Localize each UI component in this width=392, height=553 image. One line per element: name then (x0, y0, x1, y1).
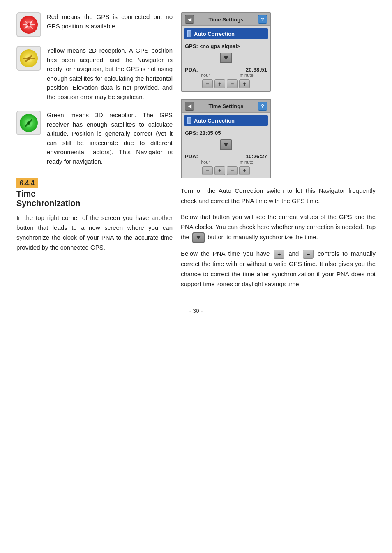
satellite-svg-red (21, 17, 36, 32)
right-para-2: Below that button you will see the curre… (181, 212, 376, 243)
sync-btn-area-2 (182, 139, 270, 150)
svg-marker-19 (196, 236, 201, 240)
back-button-2[interactable]: ◀ (185, 102, 194, 111)
hour-plus-btn-1[interactable]: + (214, 79, 225, 88)
inline-plus-ctrl[interactable]: + (274, 250, 284, 259)
auto-correction-label-1: Auto Correction (194, 31, 235, 37)
inline-minus-ctrl[interactable]: − (303, 250, 314, 259)
time-panel-2: ◀ Time Settings ? Auto Correction GPS: 2… (181, 99, 271, 178)
inline-down-arrow-icon (196, 235, 201, 240)
auto-correction-bar-2[interactable]: Auto Correction (184, 115, 268, 126)
down-arrow-icon-2 (223, 142, 229, 148)
right-para-3: Below the PNA time you have + and − cont… (181, 249, 376, 289)
satellite-svg-green (21, 116, 36, 130)
help-button-2[interactable]: ? (258, 102, 267, 111)
gps-yellow-icon (16, 46, 41, 71)
svg-point-4 (27, 23, 30, 26)
time-panel-2-header: ◀ Time Settings ? (182, 100, 270, 113)
svg-point-14 (27, 121, 30, 125)
svg-marker-18 (224, 143, 228, 147)
section-number: 6.4.4 (16, 178, 38, 188)
section-body: In the top right corner of the screen yo… (16, 213, 173, 252)
satellite-svg-yellow (21, 51, 36, 66)
gps-green-item: Green means 3D reception. The GPS receiv… (16, 111, 173, 166)
svg-marker-17 (224, 56, 228, 60)
pda-section-1: PDA: 20:38:51 (182, 65, 270, 73)
toggle-indicator-2 (187, 117, 191, 124)
min-plus-btn-2[interactable]: + (239, 166, 250, 175)
hour-minus-btn-2[interactable]: − (202, 166, 213, 175)
pda-line-1: PDA: 20:38:51 (185, 67, 267, 73)
time-panel-1-title: Time Settings (194, 16, 258, 23)
time-panel-1: ◀ Time Settings ? Auto Correction GPS: <… (181, 12, 271, 92)
gps-red-text: Red means the GPS is connected but no GP… (47, 12, 173, 31)
auto-correction-bar-1[interactable]: Auto Correction (184, 28, 268, 39)
gps-line-2: GPS: 23:05:05 (182, 128, 270, 138)
gps-green-text: Green means 3D reception. The GPS receiv… (47, 111, 173, 166)
time-panel-1-header: ◀ Time Settings ? (182, 13, 270, 26)
page-number: - 30 - (16, 308, 376, 314)
auto-correction-label-2: Auto Correction (194, 118, 235, 124)
gps-line-1: GPS: <no gps signal> (182, 42, 270, 51)
sync-btn-area-1 (182, 53, 270, 63)
pda-section-2: PDA: 10:26:27 (182, 152, 270, 160)
sync-button-2[interactable] (220, 139, 232, 150)
pda-line-2: PDA: 10:26:27 (185, 153, 267, 160)
time-labels-1: hour minute (182, 73, 270, 78)
right-description: Turn on the Auto Correction switch to le… (181, 186, 376, 289)
gps-yellow-text: Yellow means 2D reception. A GPS positio… (47, 46, 173, 102)
hour-plus-btn-2[interactable]: + (214, 166, 225, 175)
section-title-block: TimeSynchronization (16, 189, 173, 208)
min-plus-btn-1[interactable]: + (239, 79, 250, 88)
min-minus-btn-2[interactable]: − (227, 166, 238, 175)
sync-button-1[interactable] (220, 53, 232, 63)
back-button-1[interactable]: ◀ (185, 15, 194, 24)
gps-red-icon (16, 12, 41, 37)
gps-yellow-item: Yellow means 2D reception. A GPS positio… (16, 46, 173, 102)
gps-red-item: Red means the GPS is connected but no GP… (16, 12, 173, 37)
gps-green-icon (16, 111, 41, 135)
inline-sync-btn[interactable] (192, 232, 205, 243)
right-para-1: Turn on the Auto Correction switch to le… (181, 186, 376, 206)
section-heading: 6.4.4Time Synchronization TimeSynchroniz… (16, 178, 173, 208)
svg-point-9 (27, 57, 30, 60)
help-button-1[interactable]: ? (258, 15, 267, 24)
time-panel-2-title: Time Settings (194, 103, 258, 109)
toggle-indicator-1 (187, 30, 191, 37)
down-arrow-icon-1 (223, 55, 229, 61)
time-controls-2: − + − + (182, 164, 270, 178)
time-controls-1: − + − + (182, 78, 270, 91)
time-labels-2: hour minute (182, 160, 270, 164)
hour-minus-btn-1[interactable]: − (202, 79, 213, 88)
min-minus-btn-1[interactable]: − (227, 79, 238, 88)
